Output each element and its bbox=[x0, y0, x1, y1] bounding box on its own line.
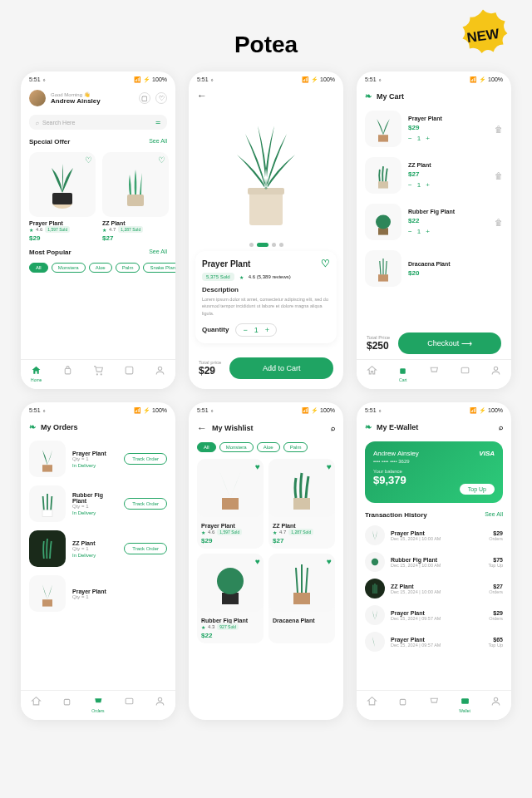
plus-icon[interactable]: + bbox=[265, 326, 269, 334]
plus-icon[interactable]: + bbox=[426, 135, 430, 142]
search-icon[interactable]: ⌕ bbox=[331, 424, 335, 432]
bell-icon[interactable]: ▢ bbox=[139, 92, 150, 104]
fav-icon[interactable]: ♥ bbox=[255, 557, 260, 566]
nav-wallet[interactable]: Wallet bbox=[459, 696, 470, 713]
txn-row: Prayer PlantDec 15, 2024 | 09:57 AM$29Or… bbox=[357, 602, 511, 628]
txn-name: ZZ Plant bbox=[391, 584, 483, 589]
avatar[interactable] bbox=[29, 90, 46, 106]
chip[interactable]: All bbox=[29, 263, 48, 273]
item-price: $29 bbox=[408, 124, 488, 131]
chip[interactable]: All bbox=[197, 442, 216, 452]
chip[interactable]: Monstera bbox=[52, 263, 86, 273]
minus-icon[interactable]: − bbox=[243, 326, 247, 334]
minus-icon[interactable]: − bbox=[408, 181, 412, 189]
status-time: 5:51 ⬨ bbox=[365, 76, 382, 83]
wallet-card: Andrew Ainsley •••• •••• •••• 3629 Your … bbox=[365, 441, 503, 503]
product-card[interactable]: ♡Prayer Plant★4.61,597 Sold$29 bbox=[29, 152, 96, 242]
delete-icon[interactable]: 🗑 bbox=[495, 171, 503, 180]
nav-home[interactable] bbox=[367, 365, 377, 382]
txn-row: ZZ PlantDec 15, 2024 | 10:00 AM$27Orders bbox=[357, 575, 511, 602]
chip[interactable]: Monstera bbox=[219, 442, 254, 452]
wishlist-item[interactable]: ♥Prayer Plant★4.61,597 Sold$29 bbox=[197, 459, 264, 549]
nav-wallet[interactable] bbox=[124, 696, 135, 713]
fav-icon[interactable]: ♡ bbox=[158, 155, 165, 165]
fav-icon[interactable]: ♥ bbox=[327, 557, 332, 566]
filter-icon[interactable]: ⚌ bbox=[155, 119, 160, 126]
delete-icon[interactable]: 🗑 bbox=[495, 125, 503, 134]
nav-profile[interactable] bbox=[155, 696, 165, 713]
chip[interactable]: Palm bbox=[283, 442, 308, 452]
see-all-link[interactable]: See All bbox=[149, 249, 167, 256]
checkout-button[interactable]: Checkout ⟶ bbox=[398, 332, 501, 354]
nav-profile[interactable] bbox=[490, 365, 501, 382]
nav-home[interactable]: Home bbox=[31, 365, 42, 382]
nav-orders[interactable] bbox=[428, 365, 439, 382]
wishlist-item[interactable]: ♥ZZ Plant★4.71,287 Sold$27 bbox=[268, 459, 335, 549]
svg-point-26 bbox=[217, 568, 244, 594]
nav-wishlist[interactable] bbox=[124, 365, 135, 382]
chip[interactable]: Palm bbox=[116, 263, 140, 273]
chip[interactable]: Aloe bbox=[257, 442, 280, 452]
nav-home[interactable] bbox=[367, 696, 377, 713]
nav-profile[interactable] bbox=[490, 696, 501, 713]
back-icon[interactable]: ← bbox=[197, 90, 207, 101]
topup-button[interactable]: Top Up bbox=[460, 484, 495, 495]
order-item: ZZ PlantQty = 1In DeliveryTrack Order bbox=[21, 526, 175, 571]
order-item: Rubber Fig PlantQty = 1In DeliveryTrack … bbox=[21, 481, 175, 526]
nav-cart[interactable] bbox=[428, 696, 439, 713]
chip[interactable]: Aloe bbox=[89, 263, 112, 273]
fav-icon[interactable]: ♡ bbox=[321, 258, 330, 269]
plus-icon[interactable]: + bbox=[426, 181, 430, 189]
search-input[interactable]: ⌕Search Here⚌ bbox=[29, 115, 167, 130]
price: $27 bbox=[102, 234, 169, 242]
nav-profile[interactable] bbox=[155, 365, 165, 382]
nav-shop[interactable] bbox=[62, 696, 72, 713]
track-button[interactable]: Track Order bbox=[124, 453, 167, 465]
nav-shop[interactable] bbox=[62, 365, 73, 382]
nav-shop[interactable] bbox=[397, 696, 408, 713]
wishlist-item[interactable]: ♥Dracaena Plant bbox=[268, 554, 335, 643]
search-icon[interactable]: ⌕ bbox=[499, 423, 503, 431]
carousel-dots[interactable] bbox=[189, 239, 343, 251]
app-title: Potea bbox=[0, 0, 532, 71]
nav-cart[interactable]: Cart bbox=[397, 365, 408, 382]
svg-rect-4 bbox=[65, 368, 71, 374]
delete-icon[interactable]: 🗑 bbox=[495, 218, 503, 227]
bottom-nav: Wallet bbox=[357, 690, 511, 720]
see-all-link[interactable]: See All bbox=[485, 511, 503, 519]
desc-heading: Description bbox=[202, 286, 330, 293]
nav-cart[interactable] bbox=[93, 365, 104, 382]
svg-point-6 bbox=[158, 367, 161, 370]
fav-icon[interactable]: ♥ bbox=[255, 462, 260, 471]
add-to-cart-button[interactable]: Add to Cart bbox=[229, 357, 333, 379]
fav-icon[interactable]: ♡ bbox=[85, 155, 92, 165]
chip[interactable]: Snake Plant bbox=[143, 263, 175, 273]
page-title: My Orders bbox=[41, 423, 78, 431]
cart-item: Prayer Plant$29−1+🗑 bbox=[357, 106, 511, 152]
desc-text: Lorem ipsum dolor sit amet, consectetur … bbox=[202, 296, 330, 317]
status: In Delivery bbox=[72, 553, 117, 558]
track-button[interactable]: Track Order bbox=[124, 498, 167, 510]
product-card[interactable]: ♡ZZ Plant★4.71,287 Sold$27 bbox=[102, 152, 169, 242]
item-name: Prayer Plant bbox=[72, 589, 167, 594]
cart-screen: 5:51 ⬨📶 ⚡ 100% ❧My Cart Prayer Plant$29−… bbox=[357, 71, 511, 389]
nav-wallet[interactable] bbox=[460, 365, 470, 382]
qty-stepper[interactable]: −1+ bbox=[235, 323, 277, 337]
plus-icon[interactable]: + bbox=[426, 228, 430, 235]
status-battery: 📶 ⚡ 100% bbox=[134, 76, 167, 83]
back-icon[interactable]: ← bbox=[197, 422, 207, 434]
nav-home[interactable] bbox=[31, 696, 42, 713]
minus-icon[interactable]: − bbox=[408, 135, 412, 142]
name: Rubber Fig Plant bbox=[201, 618, 259, 623]
item-name: Prayer Plant bbox=[72, 451, 117, 456]
wishlist-item[interactable]: ♥Rubber Fig Plant★4.3927 Sold$22 bbox=[197, 554, 264, 643]
fav-icon[interactable]: ♥ bbox=[327, 462, 332, 471]
txn-amount: $29 bbox=[489, 610, 503, 616]
nav-orders[interactable]: Orders bbox=[91, 696, 104, 713]
svg-rect-17 bbox=[42, 465, 52, 471]
leaf-icon: ❧ bbox=[29, 422, 36, 431]
see-all-link[interactable]: See All bbox=[149, 138, 167, 145]
minus-icon[interactable]: − bbox=[408, 228, 412, 235]
track-button[interactable]: Track Order bbox=[124, 543, 167, 554]
heart-icon[interactable]: ♡ bbox=[155, 92, 167, 104]
